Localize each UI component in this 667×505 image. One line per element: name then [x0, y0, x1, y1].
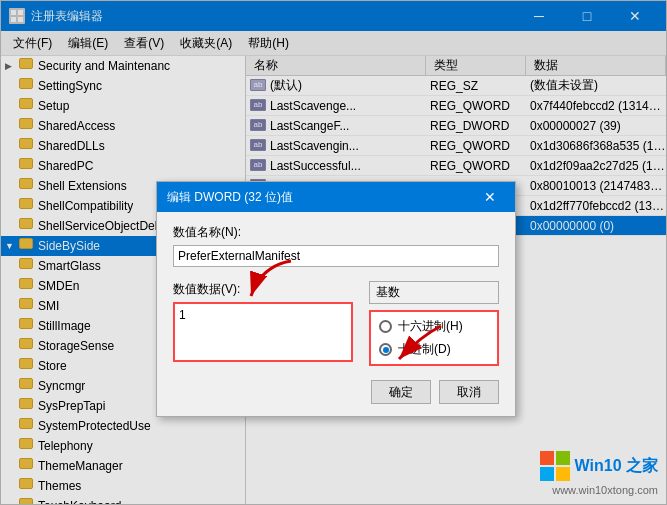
radio-hex[interactable]: 十六进制(H): [379, 318, 489, 335]
value-data-input[interactable]: [179, 308, 347, 322]
watermark-url: www.win10xtong.com: [552, 484, 658, 496]
watermark-brand: Win10 之家: [575, 456, 658, 477]
value-data-section: 数值数据(V):: [173, 281, 353, 366]
svg-rect-7: [556, 451, 570, 465]
radio-group-base: 十六进制(H) 十进制(D): [369, 310, 499, 366]
value-name-input[interactable]: [173, 245, 499, 267]
windows-logo-icon: [539, 450, 571, 482]
radio-hex-label: 十六进制(H): [398, 318, 463, 335]
value-data-label: 数值数据(V):: [173, 281, 353, 298]
watermark-logo: Win10 之家: [539, 450, 658, 482]
dialog-cancel-button[interactable]: 取消: [439, 380, 499, 404]
dialog-buttons: 确定 取消: [173, 380, 499, 404]
dialog-body: 数值名称(N): 数值数据(V): 基数 十六进制(H): [157, 212, 515, 416]
dialog-title-text: 编辑 DWORD (32 位)值: [167, 189, 475, 206]
edit-dword-dialog: 编辑 DWORD (32 位)值 ✕ 数值名称(N): 数值数据(V): 基数: [156, 181, 516, 417]
radio-decimal-label: 十进制(D): [398, 341, 451, 358]
dialog-title-bar: 编辑 DWORD (32 位)值 ✕: [157, 182, 515, 212]
value-name-label: 数值名称(N):: [173, 224, 499, 241]
svg-rect-6: [540, 451, 554, 465]
base-section: 基数 十六进制(H) 十进制(D): [369, 281, 499, 366]
watermark: Win10 之家 www.win10xtong.com: [539, 450, 658, 496]
base-title: 基数: [369, 281, 499, 304]
dialog-close-button[interactable]: ✕: [475, 182, 505, 212]
svg-rect-8: [540, 467, 554, 481]
dialog-ok-button[interactable]: 确定: [371, 380, 431, 404]
value-input-box: [173, 302, 353, 362]
svg-rect-9: [556, 467, 570, 481]
radio-hex-circle: [379, 320, 392, 333]
radio-decimal[interactable]: 十进制(D): [379, 341, 489, 358]
radio-decimal-circle: [379, 343, 392, 356]
dialog-row: 数值数据(V): 基数 十六进制(H) 十进制(D): [173, 281, 499, 366]
